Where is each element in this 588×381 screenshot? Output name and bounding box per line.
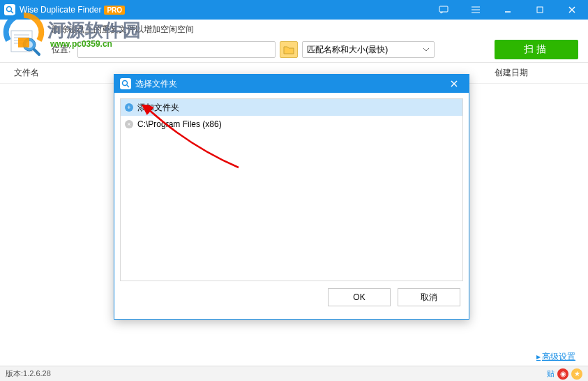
column-created-date[interactable]: 创建日期 bbox=[495, 67, 578, 79]
dialog-close-button[interactable] bbox=[445, 75, 463, 93]
svg-rect-7 bbox=[537, 7, 543, 13]
feedback-button[interactable] bbox=[428, 0, 460, 20]
share-icon[interactable]: ★ bbox=[571, 368, 582, 380]
maximize-button[interactable] bbox=[524, 0, 556, 20]
match-mode-value: 匹配名称和大小(最快) bbox=[307, 44, 388, 56]
svg-point-0 bbox=[7, 7, 12, 12]
select-folder-dialog: 选择文件夹 + 添加文件夹 × C:\Program Files (x86) O… bbox=[114, 74, 469, 320]
dialog-ok-button[interactable]: OK bbox=[328, 288, 391, 306]
svg-point-19 bbox=[123, 81, 128, 86]
menu-button[interactable] bbox=[460, 0, 492, 20]
weibo-icon[interactable]: ◉ bbox=[557, 368, 568, 380]
chevron-down-icon bbox=[423, 47, 430, 52]
advanced-settings-link[interactable]: ▸高级设置 bbox=[536, 351, 575, 363]
svg-point-17 bbox=[26, 41, 33, 48]
location-input[interactable] bbox=[77, 41, 276, 58]
dialog-title: 选择文件夹 bbox=[135, 78, 177, 90]
app-logo bbox=[4, 4, 15, 15]
tieba-label[interactable]: 贴 bbox=[547, 368, 555, 379]
pro-badge: PRO bbox=[104, 6, 125, 15]
svg-line-20 bbox=[127, 85, 129, 87]
svg-rect-2 bbox=[439, 6, 448, 12]
browse-folder-button[interactable] bbox=[280, 41, 298, 58]
close-button[interactable] bbox=[556, 0, 588, 20]
toolbar: 删除磁盘上的重复文件以增加空闲空间 位置: 匹配名称和大小(最快) 扫描 bbox=[0, 20, 588, 63]
folder-path-item[interactable]: × C:\Program Files (x86) bbox=[121, 116, 462, 133]
dialog-titlebar: 选择文件夹 bbox=[114, 75, 469, 93]
svg-line-1 bbox=[11, 11, 13, 13]
version-label: 版本:1.2.6.28 bbox=[6, 368, 51, 379]
titlebar: Wise Duplicate Finder PRO bbox=[0, 0, 588, 20]
add-folder-item[interactable]: + 添加文件夹 bbox=[121, 99, 462, 116]
dialog-folder-list: + 添加文件夹 × C:\Program Files (x86) bbox=[120, 98, 463, 281]
scan-button[interactable]: 扫描 bbox=[495, 40, 578, 59]
minimize-button[interactable] bbox=[492, 0, 524, 20]
location-label: 位置: bbox=[52, 44, 70, 56]
status-bar: 版本:1.2.6.28 贴 ◉ ★ bbox=[0, 366, 588, 381]
match-mode-select[interactable]: 匹配名称和大小(最快) bbox=[302, 41, 435, 58]
toolbar-description: 删除磁盘上的重复文件以增加空闲空间 bbox=[52, 24, 578, 36]
svg-line-18 bbox=[34, 50, 39, 54]
remove-icon: × bbox=[125, 120, 133, 128]
plus-icon: + bbox=[125, 103, 133, 112]
scan-icon bbox=[8, 24, 42, 57]
list-item-label: C:\Program Files (x86) bbox=[137, 119, 222, 129]
list-item-label: 添加文件夹 bbox=[137, 102, 179, 114]
app-title: Wise Duplicate Finder bbox=[20, 5, 101, 15]
dialog-cancel-button[interactable]: 取消 bbox=[398, 288, 460, 306]
dialog-logo bbox=[120, 78, 131, 89]
